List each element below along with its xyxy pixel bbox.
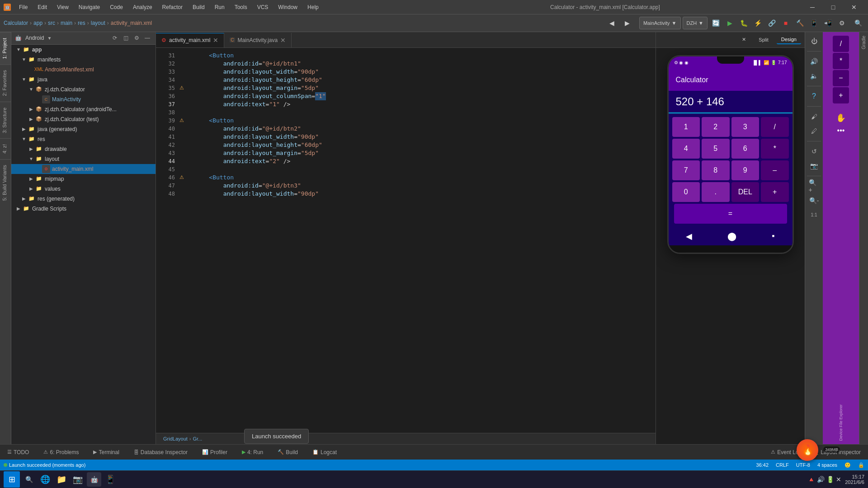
calc-btn-4[interactable]: 4 bbox=[672, 139, 700, 159]
menu-run[interactable]: Run bbox=[210, 2, 229, 12]
preview-design-button[interactable]: Design bbox=[777, 35, 801, 44]
calc-btn-1[interactable]: 1 bbox=[672, 117, 700, 137]
preview-split-button[interactable]: Split bbox=[754, 36, 773, 44]
forward-button[interactable]: ▶ bbox=[621, 17, 634, 29]
taskbar-time-display[interactable]: 15:17 2021/6/6 bbox=[845, 474, 864, 485]
menu-tools[interactable]: Tools bbox=[230, 2, 252, 12]
menu-refactor[interactable]: Refactor bbox=[158, 2, 187, 12]
memory-badge[interactable]: 🔥 bbox=[797, 439, 818, 461]
profile-button[interactable]: ⚡ bbox=[751, 17, 764, 29]
sidebar-item-build-variants[interactable]: 5: Build Variants bbox=[0, 159, 11, 206]
search-everywhere-button[interactable]: 🔍 bbox=[852, 17, 864, 29]
windows-start-button[interactable]: ⊞ bbox=[4, 471, 20, 488]
tree-item-java[interactable]: ▼ 📁 java bbox=[11, 75, 156, 84]
collapse-all-icon[interactable]: ◫ bbox=[121, 33, 130, 42]
sidebar-item-project[interactable]: 1: Project bbox=[0, 32, 11, 64]
preview-close-button[interactable]: ✕ bbox=[737, 35, 750, 44]
tree-item-mainactivity[interactable]: C MainActivity bbox=[11, 94, 156, 104]
editor-breadcrumb-gr[interactable]: Gr... bbox=[193, 436, 202, 441]
right-zoom-in-icon[interactable]: 🔍+ bbox=[809, 181, 820, 192]
attach-button[interactable]: 🔗 bbox=[765, 17, 778, 29]
calculator-grid[interactable]: 1 2 3 / 4 5 6 * 7 8 9 – 0 . DEL bbox=[669, 113, 793, 227]
tree-item-package-androidtest[interactable]: ▶ 📦 zj.dzh.Calculator (androidTe... bbox=[11, 104, 156, 114]
breadcrumb-file[interactable]: activity_main.xml bbox=[111, 20, 152, 26]
breadcrumb-main[interactable]: main bbox=[61, 20, 72, 26]
sys-battery-icon[interactable]: 🔋 bbox=[826, 476, 834, 483]
calc-btn-3[interactable]: 3 bbox=[731, 117, 760, 137]
emu-btn-star[interactable]: * bbox=[833, 53, 849, 69]
calc-btn-2[interactable]: 2 bbox=[702, 117, 730, 137]
right-volume-up-icon[interactable]: 🔊 bbox=[809, 56, 820, 67]
tree-item-package-main[interactable]: ▼ 📦 zj.dzh.Calculator bbox=[11, 84, 156, 94]
sync-button[interactable]: 🔄 bbox=[709, 17, 722, 29]
gradle-sync-button[interactable]: 🔨 bbox=[793, 17, 806, 29]
tree-item-manifests[interactable]: ▼ 📁 manifests bbox=[11, 55, 156, 65]
emu-btn-plus2[interactable]: + bbox=[833, 87, 849, 103]
menu-analyze[interactable]: Analyze bbox=[128, 2, 157, 12]
right-power-icon[interactable]: ⏻ bbox=[809, 36, 820, 47]
tree-item-res[interactable]: ▼ 📁 res bbox=[11, 134, 156, 144]
stop-button[interactable]: ■ bbox=[779, 17, 792, 29]
tree-item-res-generated[interactable]: ▶ 📁 res (generated) bbox=[11, 194, 156, 204]
menu-help[interactable]: Help bbox=[303, 2, 323, 12]
tree-item-values[interactable]: ▶ 📁 values bbox=[11, 184, 156, 194]
android-dropdown-icon[interactable]: ▼ bbox=[46, 36, 53, 41]
editor-breadcrumb-gridlayout[interactable]: GridLayout bbox=[163, 436, 188, 441]
tree-item-package-test[interactable]: ▶ 📦 zj.dzh.Calculator (test) bbox=[11, 114, 156, 124]
status-lock-icon[interactable]: 🔒 bbox=[858, 462, 864, 468]
status-encoding[interactable]: UTF-8 bbox=[796, 462, 810, 468]
calc-btn-del[interactable]: DEL bbox=[731, 182, 760, 202]
bottom-tab-profiler[interactable]: 📊 Profiler bbox=[198, 445, 231, 460]
status-line-sep[interactable]: CRLF bbox=[776, 462, 789, 468]
settings-button[interactable]: ⚙ bbox=[835, 17, 848, 29]
sync-project-icon[interactable]: ⟳ bbox=[110, 33, 119, 42]
breadcrumb-calculator[interactable]: Calculator bbox=[4, 20, 28, 26]
tree-item-mipmap[interactable]: ▶ 📁 mipmap bbox=[11, 174, 156, 184]
calc-btn-sub[interactable]: – bbox=[761, 160, 789, 180]
menu-code[interactable]: Code bbox=[105, 2, 127, 12]
sdk-button[interactable]: 📱 bbox=[807, 17, 820, 29]
calc-btn-6[interactable]: 6 bbox=[731, 139, 760, 159]
calc-btn-add[interactable]: + bbox=[761, 182, 789, 202]
sidebar-item-favorites[interactable]: 2: Favorites bbox=[0, 64, 11, 101]
taskbar-camera-icon[interactable]: 📷 bbox=[71, 472, 85, 487]
calc-btn-equals[interactable]: = bbox=[674, 204, 787, 224]
status-emoji-icon[interactable]: 🙂 bbox=[844, 462, 851, 468]
minimize-button[interactable]: ─ bbox=[802, 0, 823, 14]
tree-item-androidmanifest[interactable]: XML AndroidManifest.xml bbox=[11, 65, 156, 75]
menu-edit[interactable]: Edit bbox=[33, 2, 52, 12]
bottom-tab-problems[interactable]: ⚠ 6: Problems bbox=[40, 445, 82, 460]
tree-item-app[interactable]: ▼ 📁 app bbox=[11, 45, 156, 55]
hide-panel-icon[interactable]: — bbox=[143, 33, 152, 42]
maximize-button[interactable]: □ bbox=[823, 0, 844, 14]
bottom-tab-build[interactable]: 🔨 Build bbox=[274, 445, 302, 460]
emu-btn-slash[interactable]: / bbox=[833, 36, 849, 52]
debug-button[interactable]: 🐛 bbox=[737, 17, 750, 29]
tree-item-layout[interactable]: ▼ 📁 layout bbox=[11, 154, 156, 164]
sys-network-icon[interactable]: 🔺 bbox=[807, 476, 815, 483]
bottom-tab-run[interactable]: ▶ 4: Run bbox=[238, 445, 267, 460]
taskbar-browser-icon[interactable]: 🌐 bbox=[38, 472, 52, 487]
breadcrumb-src[interactable]: src bbox=[48, 20, 55, 26]
sys-close-icon[interactable]: ✕ bbox=[836, 476, 841, 483]
calc-btn-mul[interactable]: * bbox=[761, 139, 789, 159]
breadcrumb-res[interactable]: res bbox=[78, 20, 85, 26]
status-position[interactable]: 36:42 bbox=[756, 462, 769, 468]
calc-btn-9[interactable]: 9 bbox=[731, 160, 760, 180]
menu-view[interactable]: View bbox=[52, 2, 73, 12]
sidebar-item-structure[interactable]: 3: Structure bbox=[0, 102, 11, 139]
calc-btn-7[interactable]: 7 bbox=[672, 160, 700, 180]
back-button[interactable]: ◀ bbox=[606, 17, 618, 29]
status-indent[interactable]: 4 spaces bbox=[817, 462, 837, 468]
avd-button[interactable]: 📲 bbox=[821, 17, 834, 29]
sys-speaker-icon[interactable]: 🔊 bbox=[817, 476, 825, 483]
breadcrumb-layout[interactable]: layout bbox=[91, 20, 105, 26]
right-volume-down-icon[interactable]: 🔈 bbox=[809, 70, 820, 81]
phone-back-button[interactable]: ◀ bbox=[686, 231, 692, 241]
calc-btn-dot[interactable]: . bbox=[702, 182, 730, 202]
code-editor[interactable]: 31 32 33 34 35 36 37 38 39 40 41 42 43 4… bbox=[156, 48, 656, 433]
right-zoom-out-icon[interactable]: 🔍- bbox=[809, 195, 820, 206]
right-rotate-icon[interactable]: ↺ bbox=[809, 146, 820, 157]
taskbar-search-icon[interactable]: 🔍 bbox=[22, 472, 36, 487]
tree-item-drawable[interactable]: ▶ 📁 drawable bbox=[11, 144, 156, 154]
